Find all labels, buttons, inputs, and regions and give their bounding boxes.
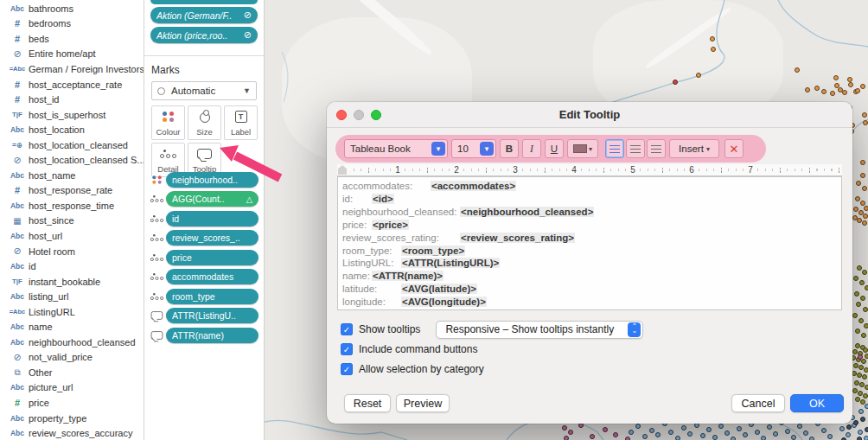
map-mark[interactable] bbox=[858, 318, 864, 323]
field-item[interactable]: ⊘Hotel room bbox=[0, 244, 144, 259]
field-item[interactable]: Abclisting_url bbox=[0, 289, 144, 304]
minimize-window-button[interactable] bbox=[354, 110, 364, 120]
map-mark[interactable] bbox=[613, 432, 618, 437]
map-mark[interactable] bbox=[712, 435, 718, 440]
map-mark[interactable] bbox=[711, 47, 716, 52]
map-mark[interactable] bbox=[857, 437, 862, 440]
map-mark[interactable] bbox=[856, 181, 861, 186]
map-mark[interactable] bbox=[847, 77, 852, 82]
filter-pill-action-german[interactable]: Aktion (German/F.. ⊘ bbox=[150, 7, 258, 23]
map-canvas[interactable]: Edit Tooltip Tableau Book ▾ 10 ▾ B I U ▾ bbox=[265, 0, 868, 440]
map-mark[interactable] bbox=[590, 434, 595, 439]
map-mark[interactable] bbox=[827, 434, 833, 439]
marks-pill[interactable]: room_type bbox=[166, 289, 258, 304]
map-mark[interactable] bbox=[863, 120, 868, 125]
field-item[interactable]: ⧉Other bbox=[0, 365, 144, 380]
map-mark[interactable] bbox=[865, 404, 868, 409]
checkbox-include-command-buttons[interactable]: ✓ bbox=[341, 343, 353, 355]
map-mark[interactable] bbox=[625, 437, 630, 440]
map-mark[interactable] bbox=[767, 424, 772, 430]
colour-mark-button[interactable]: Colour bbox=[151, 105, 185, 140]
field-item[interactable]: Abchost_location bbox=[0, 122, 144, 137]
map-mark[interactable] bbox=[649, 428, 654, 433]
map-mark[interactable] bbox=[862, 270, 867, 275]
field-item[interactable]: Abcneighbourhood_cleansed bbox=[0, 335, 144, 350]
map-mark[interactable] bbox=[858, 409, 864, 414]
map-mark[interactable] bbox=[603, 427, 608, 432]
map-mark[interactable] bbox=[863, 393, 868, 399]
map-mark[interactable] bbox=[860, 296, 865, 301]
map-mark[interactable] bbox=[785, 429, 790, 434]
map-mark[interactable] bbox=[848, 82, 853, 87]
map-mark[interactable] bbox=[718, 424, 724, 429]
font-family-dropdown[interactable]: Tableau Book ▾ bbox=[344, 139, 448, 158]
map-mark[interactable] bbox=[853, 207, 858, 212]
map-mark[interactable] bbox=[855, 88, 860, 93]
marks-pill[interactable]: ATTR(name) bbox=[166, 328, 258, 343]
map-mark[interactable] bbox=[568, 430, 573, 435]
map-mark[interactable] bbox=[743, 432, 748, 437]
marks-pill[interactable]: accommodates bbox=[166, 269, 258, 284]
marks-pill[interactable]: price bbox=[166, 250, 258, 265]
map-mark[interactable] bbox=[860, 84, 865, 89]
filter-pill-partial[interactable] bbox=[150, 0, 258, 4]
field-item[interactable]: Abcpicture_url bbox=[0, 380, 144, 396]
checkbox-show-tooltips[interactable]: ✓ bbox=[341, 323, 353, 335]
map-mark[interactable] bbox=[706, 427, 712, 432]
map-mark[interactable] bbox=[830, 91, 835, 96]
checkbox-allow-selection[interactable]: ✓ bbox=[341, 363, 353, 375]
label-mark-button[interactable]: TLabel bbox=[224, 105, 258, 140]
map-mark[interactable] bbox=[865, 427, 868, 432]
map-mark[interactable] bbox=[846, 424, 852, 430]
map-mark[interactable] bbox=[865, 385, 868, 390]
map-mark[interactable] bbox=[642, 434, 648, 439]
field-item[interactable]: #beds bbox=[0, 31, 144, 47]
map-mark[interactable] bbox=[863, 348, 868, 353]
field-item[interactable]: ⊘host_location_cleansed S... bbox=[0, 152, 144, 168]
marks-pill[interactable]: neighbourhood.. bbox=[166, 172, 258, 188]
map-mark[interactable] bbox=[864, 436, 868, 440]
bold-button[interactable]: B bbox=[500, 139, 519, 158]
map-mark[interactable] bbox=[833, 75, 839, 80]
marks-pill[interactable]: AGG(Count..△ bbox=[166, 191, 258, 207]
field-item[interactable]: T|Finstant_bookable bbox=[0, 274, 144, 290]
map-mark[interactable] bbox=[821, 89, 827, 94]
map-mark[interactable] bbox=[862, 112, 867, 118]
field-item[interactable]: =AbcGerman / Foreign Investors bbox=[0, 61, 144, 77]
marks-pill[interactable]: id bbox=[166, 211, 258, 226]
cancel-button[interactable]: Cancel bbox=[731, 394, 785, 412]
filter-pill-action-price[interactable]: Aktion (price,roo.. ⊘ bbox=[150, 27, 258, 43]
map-mark[interactable] bbox=[863, 307, 868, 312]
ok-button[interactable]: OK bbox=[790, 394, 844, 412]
map-mark[interactable] bbox=[861, 359, 866, 364]
map-mark[interactable] bbox=[864, 367, 868, 373]
field-item[interactable]: Abcid bbox=[0, 258, 144, 274]
map-mark[interactable] bbox=[846, 432, 851, 437]
map-mark[interactable] bbox=[865, 285, 868, 290]
map-mark[interactable] bbox=[696, 73, 701, 78]
field-item[interactable]: Abcproperty_type bbox=[0, 411, 144, 426]
map-mark[interactable] bbox=[856, 302, 861, 307]
preview-button[interactable]: Preview bbox=[396, 394, 450, 412]
italic-button[interactable]: I bbox=[522, 139, 541, 158]
mark-type-dropdown[interactable]: Automatic ▼ bbox=[151, 81, 257, 100]
map-mark[interactable] bbox=[673, 80, 678, 85]
zoom-window-button[interactable] bbox=[371, 110, 381, 120]
map-mark[interactable] bbox=[821, 428, 827, 433]
field-item[interactable]: Abcname bbox=[0, 319, 144, 335]
font-color-dropdown[interactable]: ▾ bbox=[567, 139, 598, 158]
map-mark[interactable] bbox=[860, 160, 865, 165]
map-mark[interactable] bbox=[854, 291, 859, 297]
marks-pill[interactable]: ATTR(ListingU.. bbox=[166, 308, 258, 323]
align-right-button[interactable] bbox=[647, 139, 666, 158]
map-mark[interactable] bbox=[761, 436, 766, 440]
font-size-dropdown[interactable]: 10 ▾ bbox=[451, 139, 496, 158]
map-mark[interactable] bbox=[860, 173, 865, 178]
map-mark[interactable] bbox=[859, 280, 865, 285]
tooltip-text-editor[interactable]: accommodates: <accommodates>id: <id>neig… bbox=[337, 176, 842, 310]
field-item[interactable]: Abcbathrooms bbox=[0, 1, 144, 16]
map-mark[interactable] bbox=[855, 196, 860, 201]
map-mark[interactable] bbox=[564, 436, 569, 440]
map-mark[interactable] bbox=[668, 430, 673, 435]
field-item[interactable]: ⊘Entire home/apt bbox=[0, 47, 144, 62]
